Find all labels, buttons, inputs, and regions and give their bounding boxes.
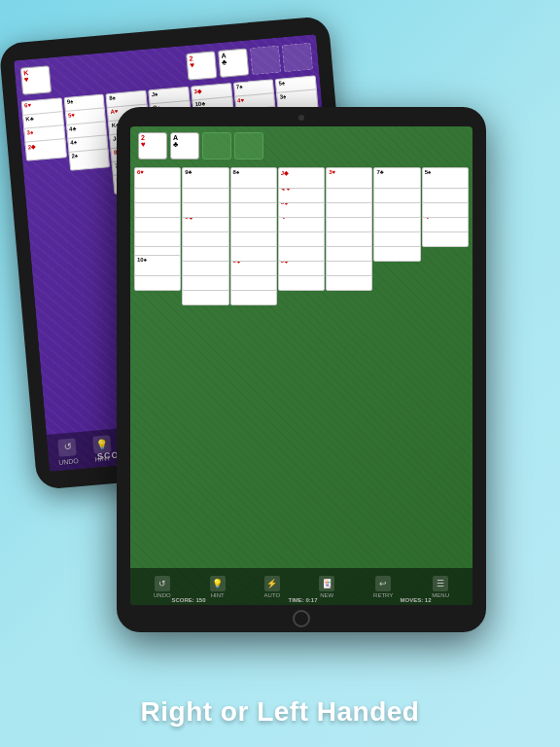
green-undo-btn[interactable]: ↺ UNDO	[154, 576, 171, 598]
undo-icon: ↺	[58, 438, 78, 457]
home-button[interactable]	[293, 610, 310, 627]
purple-undo-btn[interactable]: ↺ UNDO	[56, 438, 79, 466]
green-undo-icon: ↺	[155, 576, 170, 591]
green-stats-row: SCORE: 150 TIME: 0:17 MOVES: 12	[130, 597, 472, 603]
green-new-icon: 🃏	[319, 576, 334, 591]
green-auto-btn[interactable]: ⚡ AUTO	[264, 576, 281, 598]
green-card: J◆	[278, 167, 325, 189]
green-foundation-2h: 2 ♥	[138, 132, 167, 160]
green-retry-btn[interactable]: ↩ RETRY	[373, 576, 393, 598]
green-retry-icon: ↩	[375, 576, 391, 591]
green-card: 5♠	[422, 167, 469, 189]
purple-card: 2◆	[24, 138, 66, 161]
green-menu-btn[interactable]: ☰ MENU	[432, 576, 449, 598]
green-moves: MOVES: 12	[400, 597, 431, 603]
foundation-empty-1	[250, 46, 281, 76]
foundation-card-2-heart: 2 ♥	[186, 51, 217, 81]
purple-card: 2♠	[68, 148, 110, 171]
foundation-card-k-heart: K ♥	[20, 65, 52, 95]
green-hint-icon: 💡	[210, 576, 226, 591]
green-menu-icon: ☰	[433, 576, 448, 591]
green-score: SCORE: 150	[171, 597, 205, 603]
green-card: 3♥	[326, 167, 372, 189]
green-foundation-ac: A ♣	[170, 132, 199, 160]
green-card: 10♠	[134, 255, 181, 276]
green-time: TIME: 0:17	[288, 597, 317, 603]
green-card: 7♣	[373, 167, 420, 189]
green-foundation-empty2	[234, 132, 263, 160]
green-new-btn[interactable]: 🃏 NEW	[319, 576, 334, 598]
front-camera	[298, 115, 304, 121]
foundation-empty-2	[282, 43, 313, 73]
tagline: Right or Left Handed	[0, 696, 560, 728]
green-card: 6♥	[134, 167, 181, 189]
tablet-front: 2 ♥ A ♣ 6♥ K♣ 3♠ ♠ J♠ 10♥ 10♠ 9♥	[117, 107, 486, 632]
green-card: 8♠	[230, 167, 277, 189]
green-screen: 2 ♥ A ♣ 6♥ K♣ 3♠ ♠ J♠ 10♥ 10♠ 9♥	[130, 126, 472, 605]
foundation-card-a-club: A ♣	[218, 48, 249, 78]
green-hint-btn[interactable]: 💡 HINT	[210, 576, 226, 598]
green-auto-icon: ⚡	[264, 576, 280, 591]
green-card: 9♣	[182, 167, 228, 189]
green-foundation-empty1	[202, 132, 231, 160]
